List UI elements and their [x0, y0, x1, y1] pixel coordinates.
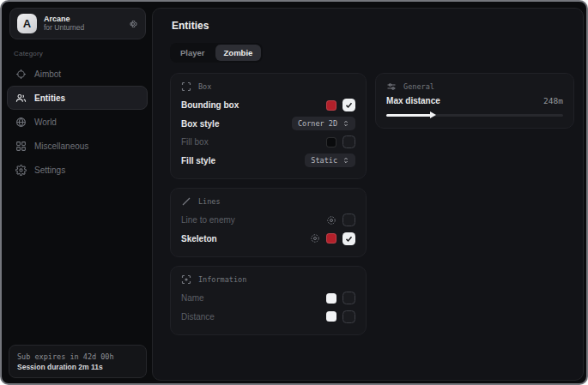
app-header-card: A Arcane for Unturned [9, 8, 146, 39]
content-columns: Box Bounding box Box style [170, 73, 574, 335]
setting-row-name: Name [181, 289, 355, 308]
sidebar-item-label: Settings [34, 165, 65, 175]
globe-icon [15, 117, 27, 128]
category-label: Category [14, 50, 43, 57]
lines-card-title: Lines [198, 197, 221, 206]
row-label: Line to enemy [181, 215, 235, 225]
slider-value: 248m [543, 96, 563, 105]
row-label: Name [181, 293, 204, 303]
app-subtitle: for Unturned [44, 24, 121, 33]
app-logo: A [17, 14, 37, 33]
sidebar-item-entities[interactable]: Entities [7, 86, 148, 110]
slash-icon [181, 196, 191, 207]
checkbox-checked[interactable] [342, 232, 355, 245]
row-label: Skeleton [181, 234, 217, 244]
gear-icon[interactable] [326, 215, 336, 226]
sidebar: A Arcane for Unturned Category A [2, 2, 152, 383]
color-swatch[interactable] [326, 100, 336, 111]
color-swatch[interactable] [326, 233, 336, 244]
setting-row-distance: Distance [181, 308, 355, 327]
row-label: Max distance [386, 96, 440, 105]
tab-group: Player Zombie [170, 43, 263, 63]
scan-eye-icon [181, 274, 191, 285]
sidebar-item-settings[interactable]: Settings [7, 158, 148, 182]
checkbox-unchecked[interactable] [342, 214, 355, 226]
subscription-card: Sub expires in 42d 00h Session duration … [9, 345, 147, 378]
box-card-title: Box [198, 82, 211, 91]
sidebar-item-label: Miscellaneous [34, 141, 88, 151]
fill-style-select[interactable]: Static [305, 153, 355, 167]
information-card-header: Information [181, 274, 355, 285]
setting-row-skeleton: Skeleton [181, 230, 355, 249]
tab-zombie[interactable]: Zombie [215, 45, 262, 61]
app-window: A Arcane for Unturned Category A [0, 0, 588, 385]
sidebar-item-label: World [34, 117, 57, 127]
lines-card-header: Lines [181, 196, 355, 207]
information-card-title: Information [198, 275, 246, 284]
slider-fill-handle[interactable] [386, 114, 430, 117]
general-card-header: General [386, 81, 563, 92]
sidebar-item-label: Aimbot [34, 69, 61, 79]
tab-player[interactable]: Player [172, 45, 214, 61]
sidebar-item-world[interactable]: World [7, 110, 148, 134]
setting-row-line-to-enemy: Line to enemy [181, 211, 355, 230]
gear-icon[interactable] [310, 233, 320, 244]
setting-row-max-distance: Max distance 248m [386, 96, 563, 105]
sub-expiry-text: Sub expires in 42d 00h [17, 352, 138, 361]
main-panel: Entities Player Zombie Box [152, 8, 584, 381]
row-label: Box style [181, 119, 219, 129]
select-value: Static [311, 156, 337, 165]
setting-row-bounding-box: Bounding box [181, 96, 355, 115]
chevrons-up-down-icon [342, 156, 349, 165]
grid-icon [15, 141, 27, 152]
checkbox-unchecked[interactable] [342, 310, 355, 323]
right-column: General Max distance 248m [375, 73, 574, 335]
general-card-title: General [403, 82, 434, 91]
box-style-select[interactable]: Corner 2D [292, 117, 355, 130]
information-card: Information Name Distance [170, 266, 367, 335]
checkbox-checked[interactable] [342, 99, 355, 111]
setting-row-fill-style: Fill style Static [181, 152, 355, 171]
scan-icon [181, 81, 191, 92]
gear-icon [15, 165, 27, 176]
general-card: General Max distance 248m [375, 73, 574, 129]
sliders-icon [386, 81, 397, 92]
color-swatch[interactable] [326, 293, 336, 304]
checkbox-unchecked[interactable] [342, 292, 355, 304]
setting-row-box-style: Box style Corner 2D [181, 115, 355, 134]
session-duration-text: Session duration 2m 11s [17, 363, 138, 371]
sidebar-nav: Aimbot Entities World [7, 62, 148, 182]
setting-row-fill-box: Fill box [181, 133, 355, 152]
users-icon [15, 93, 27, 104]
color-swatch[interactable] [326, 311, 336, 322]
box-card-header: Box [181, 81, 355, 92]
row-label: Fill style [181, 156, 215, 165]
max-distance-slider[interactable] [386, 111, 563, 119]
row-label: Bounding box [181, 100, 239, 110]
page-title: Entities [172, 20, 574, 32]
left-column: Box Bounding box Box style [170, 73, 367, 335]
box-card: Box Bounding box Box style [170, 73, 367, 179]
sidebar-item-miscellaneous[interactable]: Miscellaneous [7, 134, 148, 158]
checkbox-unchecked[interactable] [342, 135, 355, 148]
select-value: Corner 2D [298, 119, 337, 128]
color-swatch[interactable] [326, 137, 336, 147]
sidebar-item-aimbot[interactable]: Aimbot [7, 62, 148, 86]
row-label: Distance [181, 312, 215, 322]
lines-card: Lines Line to enemy [170, 188, 367, 257]
chevrons-up-down-icon [342, 119, 349, 128]
gear-icon[interactable] [128, 19, 138, 29]
sidebar-item-label: Entities [34, 93, 65, 103]
app-meta: Arcane for Unturned [44, 15, 121, 32]
row-label: Fill box [181, 137, 209, 147]
crosshair-icon [15, 69, 27, 80]
